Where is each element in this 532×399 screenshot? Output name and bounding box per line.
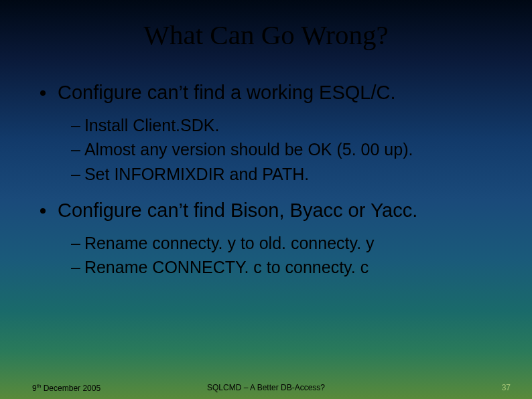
sub-bullet-item: –Rename connecty. y to old. connecty. y bbox=[71, 231, 505, 255]
sub-bullet-group: –Install Client.SDK. –Almost any version… bbox=[40, 113, 505, 186]
slide: What Can Go Wrong? Configure can’t find … bbox=[0, 0, 532, 399]
dash-icon: – bbox=[71, 162, 80, 186]
bullet-text: Configure can’t find a working ESQL/C. bbox=[58, 82, 396, 104]
footer-center-text: SQLCMD – A Better DB-Access? bbox=[0, 383, 532, 392]
dash-icon: – bbox=[71, 113, 80, 137]
bullet-dot-icon bbox=[40, 90, 46, 96]
sub-bullet-item: –Set INFORMIXDIR and PATH. bbox=[71, 162, 505, 186]
sub-bullet-item: –Rename CONNECTY. c to connecty. c bbox=[71, 255, 505, 279]
slide-title: What Can Go Wrong? bbox=[27, 19, 505, 51]
bullet-dot-icon bbox=[40, 208, 46, 214]
bullet-item: Configure can’t find a working ESQL/C. bbox=[40, 82, 505, 104]
slide-content: Configure can’t find a working ESQL/C. –… bbox=[27, 82, 505, 279]
sub-bullet-text: Rename connecty. y to old. connecty. y bbox=[84, 234, 375, 252]
bullet-item: Configure can’t find Bison, Byacc or Yac… bbox=[40, 200, 505, 222]
dash-icon: – bbox=[71, 231, 80, 255]
dash-icon: – bbox=[71, 137, 80, 161]
sub-bullet-text: Rename CONNECTY. c to connecty. c bbox=[84, 258, 369, 276]
dash-icon: – bbox=[71, 255, 80, 279]
sub-bullet-group: –Rename connecty. y to old. connecty. y … bbox=[40, 231, 505, 280]
sub-bullet-item: –Install Client.SDK. bbox=[71, 113, 505, 137]
sub-bullet-text: Install Client.SDK. bbox=[84, 116, 219, 135]
sub-bullet-text: Almost any version should be OK (5. 00 u… bbox=[84, 140, 413, 159]
sub-bullet-item: –Almost any version should be OK (5. 00 … bbox=[71, 137, 505, 161]
bullet-text: Configure can’t find Bison, Byacc or Yac… bbox=[58, 200, 417, 222]
sub-bullet-text: Set INFORMIXDIR and PATH. bbox=[84, 165, 309, 183]
footer-page-number: 37 bbox=[502, 383, 511, 392]
